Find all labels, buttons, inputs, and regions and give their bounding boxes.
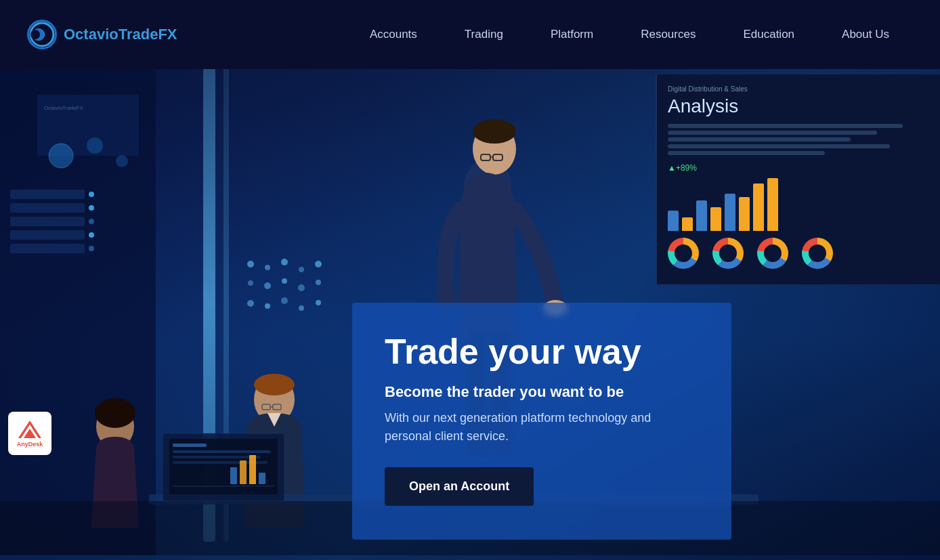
brand-part2: TradeFX bbox=[119, 26, 177, 43]
bar-7 bbox=[753, 184, 764, 231]
navigation: OctavioTradeFX Accounts Trading Platform… bbox=[0, 0, 940, 69]
light-bar-1 bbox=[203, 68, 215, 542]
hero-section: OctavioTradeFX bbox=[0, 0, 940, 560]
bar-8 bbox=[767, 178, 778, 231]
monitor-display: Digital Distribution & Sales Analysis ▲+… bbox=[656, 74, 940, 284]
donut-chart-4 bbox=[802, 238, 833, 269]
bar-4 bbox=[710, 207, 721, 231]
nav-item-resources: Resources bbox=[617, 0, 719, 69]
chart-growth-label: ▲+89% bbox=[668, 163, 929, 173]
bar-6 bbox=[739, 197, 750, 231]
svg-point-64 bbox=[33, 28, 45, 41]
logo-link[interactable]: OctavioTradeFX bbox=[27, 20, 177, 49]
nav-link-about[interactable]: About Us bbox=[818, 0, 913, 69]
nav-link-education[interactable]: Education bbox=[719, 0, 818, 69]
bar-2 bbox=[682, 217, 693, 231]
nav-item-accounts: Accounts bbox=[346, 0, 441, 69]
nav-item-platform: Platform bbox=[527, 0, 617, 69]
nav-links: Accounts Trading Platform Resources Educ… bbox=[346, 0, 913, 69]
hero-headline: Trade your way bbox=[385, 332, 699, 371]
light-bar-2 bbox=[223, 68, 229, 542]
brand-name: OctavioTradeFX bbox=[64, 26, 177, 43]
bar-chart bbox=[668, 177, 929, 231]
monitor-text-lines bbox=[668, 124, 929, 155]
brand-part1: Octavio bbox=[64, 26, 119, 43]
monitor-title: Analysis bbox=[668, 95, 929, 117]
hero-body: With our next generation platform techno… bbox=[385, 409, 699, 446]
nav-link-trading[interactable]: Trading bbox=[441, 0, 527, 69]
donut-chart-3 bbox=[757, 238, 788, 269]
nav-link-platform[interactable]: Platform bbox=[527, 0, 617, 69]
svg-point-63 bbox=[30, 23, 54, 46]
anydesk-badge: AnyDesk bbox=[8, 412, 51, 455]
bar-3 bbox=[696, 200, 707, 231]
anydesk-label: AnyDesk bbox=[17, 441, 43, 448]
monitor-small-label: Digital Distribution & Sales bbox=[668, 85, 929, 93]
logo-icon bbox=[27, 20, 57, 49]
nav-link-resources[interactable]: Resources bbox=[617, 0, 719, 69]
nav-item-trading: Trading bbox=[441, 0, 527, 69]
nav-link-accounts[interactable]: Accounts bbox=[346, 0, 441, 69]
hero-subheadline: Become the trader you want to be bbox=[385, 383, 699, 401]
cta-button[interactable]: Open an Account bbox=[385, 467, 534, 506]
anydesk-icon bbox=[17, 419, 43, 439]
svg-point-65 bbox=[35, 31, 41, 38]
nav-item-about: About Us bbox=[818, 0, 913, 69]
hero-card: Trade your way Become the trader you wan… bbox=[352, 303, 731, 540]
donut-chart-2 bbox=[712, 238, 744, 269]
donut-chart-1 bbox=[668, 238, 699, 269]
bar-5 bbox=[725, 194, 735, 231]
bar-1 bbox=[668, 211, 679, 231]
logo-svg bbox=[29, 22, 55, 47]
nav-item-education: Education bbox=[719, 0, 818, 69]
monitor-bottom-charts bbox=[668, 238, 929, 269]
